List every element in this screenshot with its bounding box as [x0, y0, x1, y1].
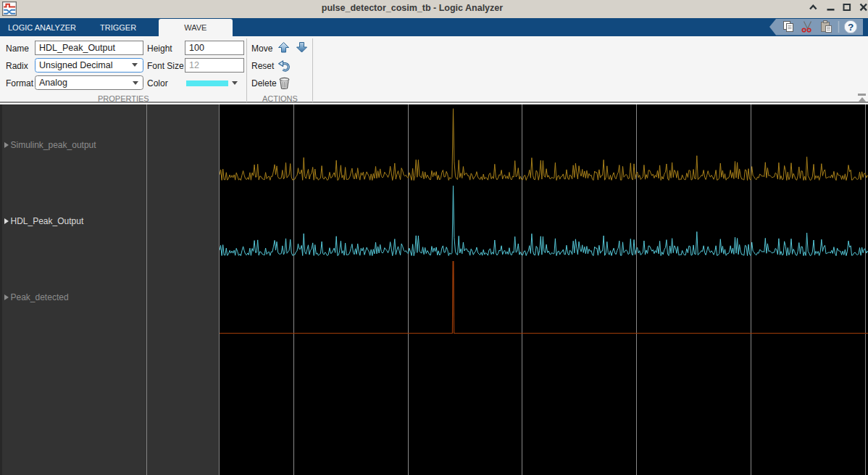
svg-text:?: ?: [848, 22, 854, 33]
